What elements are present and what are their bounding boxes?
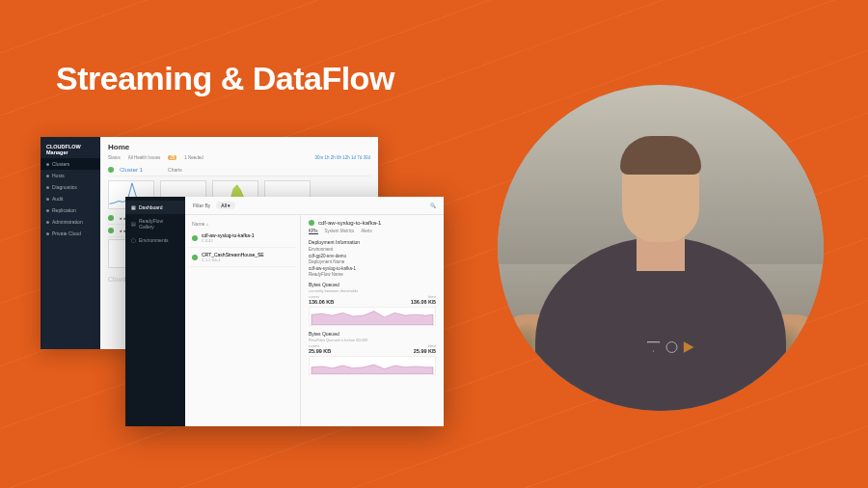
- metric-title: Bytes Queued: [309, 282, 436, 287]
- sidebar-item-hosts[interactable]: Hosts: [41, 170, 100, 181]
- app1-page-title: Home: [108, 143, 370, 151]
- sidebar-item-environments[interactable]: ▢Environments: [125, 233, 185, 247]
- metric-value: 25.99 KB: [309, 348, 331, 354]
- cluster-link[interactable]: Cluster 1: [120, 167, 143, 173]
- slide-title: Streaming & DataFlow: [56, 60, 394, 97]
- status-indicator-icon: [108, 215, 114, 221]
- sidebar-item-audit[interactable]: Audit: [41, 193, 100, 204]
- tab-config[interactable]: 1 Needed: [184, 155, 203, 160]
- filter-label: Filter By: [193, 203, 210, 208]
- svg-marker-1: [312, 312, 433, 325]
- dataflow-window: ▦Dashboard ▤ReadyFlow Gallery ▢Environme…: [125, 197, 444, 426]
- status-indicator-icon: [192, 255, 198, 260]
- status-indicator-icon: [192, 235, 198, 241]
- list-header-name[interactable]: Name: [192, 221, 204, 227]
- list-item[interactable]: cdf-aw-syslog-to-kafka-1C 0.42: [189, 229, 296, 248]
- sidebar-item-administration[interactable]: Administration: [41, 216, 100, 228]
- tab-health[interactable]: All Health Issues: [128, 155, 161, 160]
- tab-alerts[interactable]: Alerts: [361, 229, 372, 234]
- app2-sidebar: ▦Dashboard ▤ReadyFlow Gallery ▢Environme…: [125, 197, 185, 426]
- sidebar-item-clusters[interactable]: Clusters: [41, 158, 100, 170]
- sparkline-bytes-1[interactable]: [309, 307, 436, 326]
- kv-row: Environment: [309, 247, 436, 252]
- app1-brand: CLOUDFLOW Manager: [41, 141, 100, 158]
- sidebar-item-readyflow[interactable]: ▤ReadyFlow Gallery: [125, 214, 185, 233]
- search-icon[interactable]: 🔍: [430, 203, 436, 208]
- detail-name: cdf-aw-syslog-to-kafka-1: [318, 220, 381, 226]
- section-deployment-info: Deployment Information: [309, 239, 436, 245]
- metric-value: 136.06 KB: [309, 299, 334, 305]
- metric-title: Bytes Queued: [309, 331, 436, 337]
- presenter-photo: [498, 85, 824, 411]
- app1-tabs: Status All Health Issues 25 1 Needed 30m…: [108, 155, 370, 160]
- metric-value: 136.06 KB: [411, 299, 436, 305]
- sidebar-item-diagnostics[interactable]: Diagnostics: [41, 181, 100, 193]
- metric-value: 25.99 KB: [414, 348, 436, 354]
- metric-sub: FlowFiles Queued is below 50,000: [309, 338, 436, 342]
- status-indicator-icon: [108, 228, 114, 233]
- filter-dropdown[interactable]: All ▾: [216, 202, 235, 209]
- sidebar-item-dashboard[interactable]: ▦Dashboard: [125, 201, 185, 214]
- tab-system-metrics[interactable]: System Metrics: [325, 229, 355, 234]
- deployment-list: Name ↓ cdf-aw-syslog-to-kafka-1C 0.42 CR…: [185, 215, 301, 426]
- kv-row: cdf-aw-syslog-to-kafka-1: [309, 266, 436, 271]
- time-range-selector[interactable]: 30m 1h 2h 6h 12h 1d 7d 30d: [314, 155, 370, 160]
- app1-sidebar: CLOUDFLOW Manager Clusters Hosts Diagnos…: [41, 137, 100, 349]
- health-count-badge: 25: [168, 155, 176, 160]
- sidebar-item-replication[interactable]: Replication: [41, 204, 100, 216]
- sidebar-item-privatecloud[interactable]: Private Cloud: [41, 228, 100, 239]
- svg-marker-2: [312, 365, 433, 374]
- metric-sub: currently between thresholds: [309, 288, 436, 293]
- detail-panel: cdf-aw-syslog-to-kafka-1 KPIs System Met…: [301, 215, 444, 426]
- status-indicator-icon: [309, 220, 314, 226]
- kv-row: cdf-gp20-env-demo: [309, 254, 436, 258]
- sparkline-bytes-2[interactable]: [309, 356, 436, 375]
- charts-label: Charts: [168, 167, 182, 173]
- kv-row: Deployment Name: [309, 259, 436, 264]
- tab-kpis[interactable]: KPIs: [309, 229, 318, 234]
- tab-status[interactable]: Status: [108, 155, 121, 160]
- list-item[interactable]: CRT_CashStreamHouse_SEC 1.2.0-b.1: [189, 248, 296, 267]
- status-indicator-icon: [108, 167, 114, 173]
- kv-row: ReadyFlow Name: [309, 272, 436, 277]
